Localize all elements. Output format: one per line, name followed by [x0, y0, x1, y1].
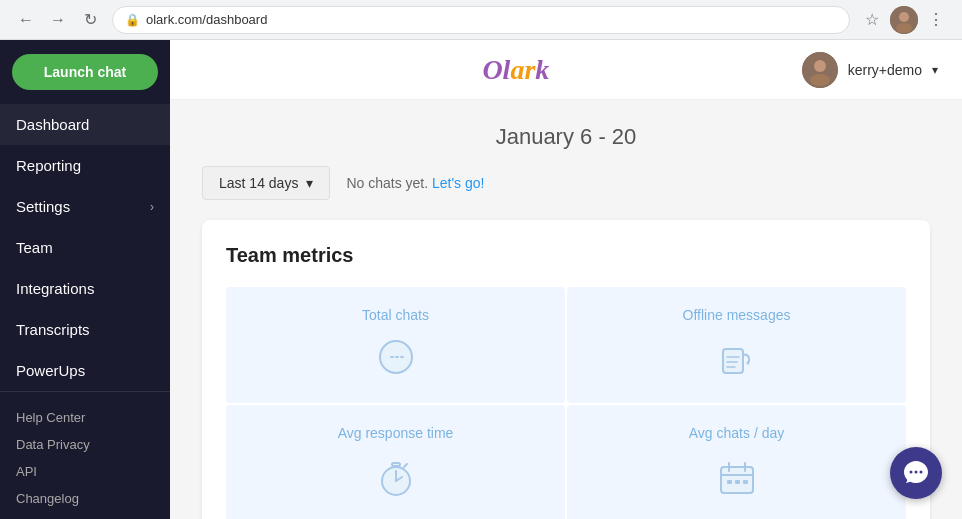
sidebar-nav: Dashboard Reporting Settings › Team Inte…	[0, 104, 170, 391]
svg-rect-26	[743, 480, 748, 484]
svg-rect-24	[727, 480, 732, 484]
user-section: kerry+demo ▾	[802, 52, 938, 88]
no-chats-label: No chats yet.	[346, 175, 428, 191]
address-bar[interactable]: 🔒 olark.com/dashboard	[112, 6, 850, 34]
chevron-right-icon: ›	[150, 200, 154, 214]
sidebar-footer-help-center[interactable]: Help Center	[0, 404, 170, 431]
sidebar-item-team[interactable]: Team	[0, 227, 170, 268]
avg-response-time-label: Avg response time	[338, 425, 454, 441]
url-text: olark.com/dashboard	[146, 12, 267, 27]
forward-button[interactable]: →	[44, 6, 72, 34]
sidebar: Launch chat Dashboard Reporting Settings…	[0, 40, 170, 519]
sidebar-item-transcripts[interactable]: Transcripts	[0, 309, 170, 350]
dropdown-arrow-icon[interactable]: ▾	[932, 63, 938, 77]
svg-point-5	[810, 74, 830, 86]
offline-message-icon	[713, 335, 761, 383]
svg-point-11	[746, 362, 749, 365]
chat-bubble-icon	[372, 335, 420, 383]
svg-point-1	[899, 12, 909, 22]
sidebar-footer-changelog[interactable]: Changelog	[0, 485, 170, 512]
svg-line-19	[404, 464, 407, 467]
metric-avg-response-time: Avg response time	[226, 405, 565, 519]
chat-support-fab[interactable]	[890, 447, 942, 499]
metrics-card: Team metrics Total chats	[202, 220, 930, 519]
date-filter-button[interactable]: Last 14 days ▾	[202, 166, 330, 200]
sidebar-item-label: Settings	[16, 198, 70, 215]
total-chats-label: Total chats	[362, 307, 429, 323]
svg-point-27	[910, 471, 913, 474]
metric-avg-chats-day: Avg chats / day	[567, 405, 906, 519]
filter-dropdown-icon: ▾	[306, 175, 313, 191]
date-range-header: January 6 - 20	[202, 124, 930, 150]
offline-messages-label: Offline messages	[683, 307, 791, 323]
timer-icon	[372, 453, 420, 501]
content-area: January 6 - 20 Last 14 days ▾ No chats y…	[170, 100, 962, 519]
back-button[interactable]: ←	[12, 6, 40, 34]
browser-user-avatar	[890, 6, 918, 34]
sidebar-footer-api[interactable]: API	[0, 458, 170, 485]
filter-bar: Last 14 days ▾ No chats yet. Let's go!	[202, 166, 930, 200]
calendar-icon	[713, 453, 761, 501]
sidebar-item-label: Dashboard	[16, 116, 89, 133]
sidebar-item-integrations[interactable]: Integrations	[0, 268, 170, 309]
launch-chat-button[interactable]: Launch chat	[12, 54, 158, 90]
svg-rect-18	[392, 463, 400, 466]
metrics-grid: Total chats O	[226, 287, 906, 519]
avg-chats-day-label: Avg chats / day	[689, 425, 784, 441]
svg-rect-25	[735, 480, 740, 484]
sidebar-item-label: Reporting	[16, 157, 81, 174]
lets-go-link[interactable]: Let's go!	[432, 175, 485, 191]
sidebar-item-powerups[interactable]: PowerUps	[0, 350, 170, 391]
olark-logo: Olark	[482, 54, 549, 86]
bookmark-button[interactable]: ☆	[858, 6, 886, 34]
sidebar-item-label: Team	[16, 239, 53, 256]
browser-chrome: ← → ↻ 🔒 olark.com/dashboard ☆ ⋮	[0, 0, 962, 40]
sidebar-item-dashboard[interactable]: Dashboard	[0, 104, 170, 145]
sidebar-item-label: PowerUps	[16, 362, 85, 379]
metric-offline-messages: Offline messages	[567, 287, 906, 403]
no-chats-text: No chats yet. Let's go!	[346, 175, 484, 191]
svg-point-28	[915, 471, 918, 474]
metrics-title: Team metrics	[226, 244, 906, 267]
svg-point-2	[896, 23, 912, 33]
sidebar-item-label: Integrations	[16, 280, 94, 297]
sidebar-item-reporting[interactable]: Reporting	[0, 145, 170, 186]
sidebar-footer-data-privacy[interactable]: Data Privacy	[0, 431, 170, 458]
sidebar-item-label: Transcripts	[16, 321, 90, 338]
svg-point-29	[920, 471, 923, 474]
user-avatar	[802, 52, 838, 88]
sidebar-footer: Help Center Data Privacy API Changelog S…	[0, 391, 170, 519]
top-bar: Olark kerry+demo ▾	[170, 40, 962, 100]
svg-point-4	[814, 60, 826, 72]
metric-total-chats: Total chats	[226, 287, 565, 403]
main-content: Olark kerry+demo ▾ January 6 - 20 L	[170, 40, 962, 519]
refresh-button[interactable]: ↻	[76, 6, 104, 34]
date-filter-label: Last 14 days	[219, 175, 298, 191]
menu-button[interactable]: ⋮	[922, 6, 950, 34]
browser-actions: ☆ ⋮	[858, 6, 950, 34]
sidebar-footer-system-status[interactable]: System Status	[0, 512, 170, 519]
lock-icon: 🔒	[125, 13, 140, 27]
svg-rect-10	[723, 349, 743, 373]
nav-buttons: ← → ↻	[12, 6, 104, 34]
username-label: kerry+demo	[848, 62, 922, 78]
sidebar-item-settings[interactable]: Settings ›	[0, 186, 170, 227]
